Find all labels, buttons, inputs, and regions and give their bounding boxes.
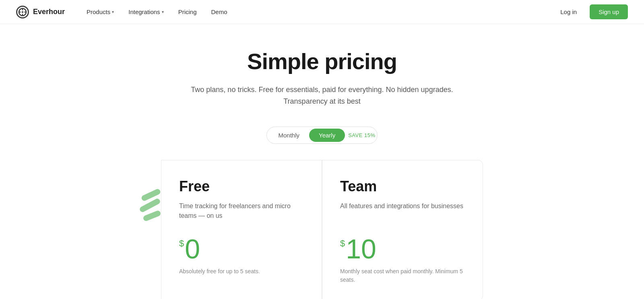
pricing-cards: Free Time tracking for freelancers and m…	[161, 160, 483, 299]
nav-item-products[interactable]: Products ▾	[81, 5, 120, 18]
nav-item-integrations[interactable]: Integrations ▾	[123, 5, 169, 18]
plan-free-price: $ 0	[179, 235, 304, 262]
signup-button[interactable]: Sign up	[590, 4, 628, 19]
plan-team-desc: All features and integrations for busine…	[340, 201, 465, 221]
page-subtitle: Two plans, no tricks. Free for essential…	[181, 84, 463, 107]
plan-free-currency: $	[179, 238, 184, 249]
login-button[interactable]: Log in	[554, 5, 583, 18]
plan-team-currency: $	[340, 238, 345, 249]
plan-free-desc: Time tracking for freelancers and micro …	[179, 201, 304, 221]
plan-team-note: Monthly seat cost when paid monthly. Min…	[340, 267, 465, 284]
plan-free-note: Absolutely free for up to 5 seats.	[179, 267, 304, 276]
plan-team-amount: 10	[346, 235, 376, 262]
plan-team-name: Team	[340, 178, 465, 195]
decoration	[137, 192, 161, 219]
nav-item-pricing[interactable]: Pricing	[173, 5, 202, 18]
svg-point-1	[22, 11, 23, 13]
yearly-toggle[interactable]: Yearly	[309, 129, 345, 142]
navbar: Everhour Products ▾ Integrations ▾ Prici…	[0, 0, 644, 24]
deco-line-3	[142, 210, 161, 222]
logo-link[interactable]: Everhour	[16, 6, 65, 18]
plan-free: Free Time tracking for freelancers and m…	[161, 160, 322, 299]
chevron-down-icon: ▾	[162, 10, 164, 14]
billing-toggle: Monthly Yearly SAVE 15%	[266, 127, 377, 144]
nav-links: Products ▾ Integrations ▾ Pricing Demo	[81, 5, 554, 18]
logo-icon	[16, 6, 29, 18]
monthly-toggle[interactable]: Monthly	[268, 129, 309, 142]
plan-free-amount: 0	[185, 235, 200, 262]
logo-text: Everhour	[33, 8, 65, 16]
page-title: Simple pricing	[8, 48, 636, 74]
plan-team: Team All features and integrations for b…	[322, 160, 483, 299]
main-content: Simple pricing Two plans, no tricks. Fre…	[0, 24, 644, 299]
nav-item-demo[interactable]: Demo	[205, 5, 233, 18]
nav-right: Log in Sign up	[554, 4, 628, 19]
plan-free-name: Free	[179, 178, 304, 195]
chevron-down-icon: ▾	[112, 10, 114, 14]
save-badge: SAVE 15%	[348, 132, 375, 138]
plan-team-price: $ 10	[340, 235, 465, 262]
